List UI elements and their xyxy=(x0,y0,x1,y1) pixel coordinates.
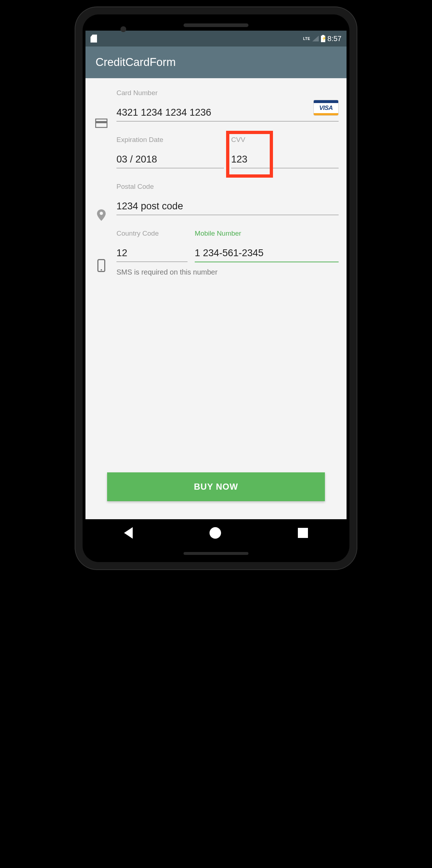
recent-apps-button[interactable] xyxy=(298,528,308,538)
form-content: Card Number VISA xyxy=(85,78,347,519)
mobile-label: Mobile Number xyxy=(195,230,339,237)
mobile-helper-text: SMS is required on this number xyxy=(116,268,339,276)
card-number-input[interactable] xyxy=(116,106,339,121)
status-bar: LTE 8:57 xyxy=(85,31,347,46)
credit-card-icon xyxy=(95,119,107,128)
sd-card-icon xyxy=(91,35,97,43)
battery-icon xyxy=(321,35,325,42)
app-title: CreditCardForm xyxy=(96,56,176,69)
phone-inner: LTE 8:57 CreditCardForm Card xyxy=(83,14,349,562)
expiration-label: Expiration Date xyxy=(116,136,224,144)
postal-input[interactable] xyxy=(116,199,339,215)
svg-point-2 xyxy=(100,212,103,215)
signal-icon xyxy=(312,36,319,41)
phone-device-frame: LTE 8:57 CreditCardForm Card xyxy=(75,7,357,569)
network-label: LTE xyxy=(303,37,310,41)
clock: 8:57 xyxy=(327,35,341,43)
postal-label: Postal Code xyxy=(116,183,339,191)
country-code-label: Country Code xyxy=(116,230,188,237)
svg-rect-1 xyxy=(96,121,107,123)
mobile-input[interactable] xyxy=(195,246,339,262)
top-speaker xyxy=(184,23,248,27)
buy-now-button[interactable]: BUY NOW xyxy=(107,472,325,501)
phone-icon xyxy=(97,259,105,272)
svg-point-4 xyxy=(101,269,102,271)
bottom-speaker xyxy=(184,552,248,555)
expiration-input[interactable] xyxy=(116,152,224,168)
cvv-label: CVV xyxy=(231,136,339,144)
location-pin-icon xyxy=(96,209,106,222)
card-number-label: Card Number xyxy=(116,89,339,97)
country-code-input[interactable] xyxy=(116,246,188,262)
app-bar: CreditCardForm xyxy=(85,46,347,78)
visa-text: VISA xyxy=(314,103,338,113)
home-button[interactable] xyxy=(210,527,221,539)
front-camera xyxy=(120,26,126,32)
device-screen: LTE 8:57 CreditCardForm Card xyxy=(85,31,347,519)
back-button[interactable] xyxy=(124,527,133,539)
cvv-input[interactable] xyxy=(231,152,339,168)
navigation-bar xyxy=(85,519,347,547)
card-brand-badge: VISA xyxy=(313,100,339,116)
